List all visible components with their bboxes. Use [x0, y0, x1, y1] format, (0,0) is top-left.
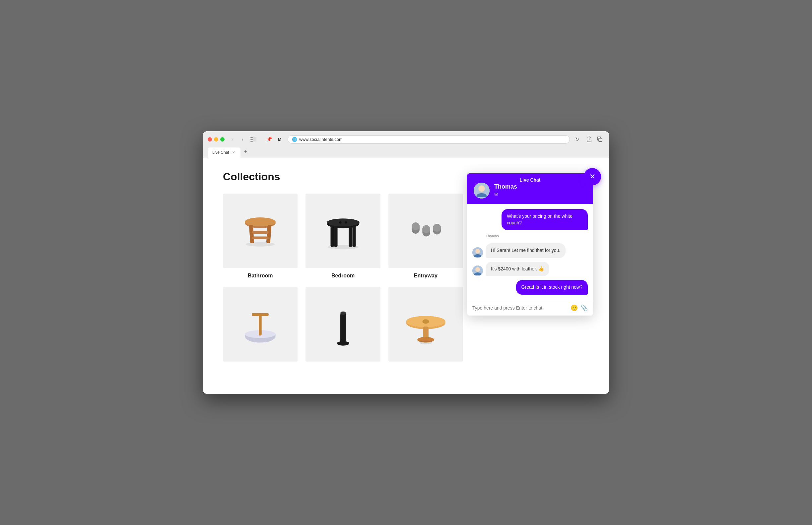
svg-point-7 [245, 217, 276, 226]
svg-point-14 [327, 219, 359, 226]
svg-rect-20 [349, 226, 352, 246]
svg-rect-8 [249, 225, 255, 244]
message-row-user-2: Great! Is it in stock right now? [472, 280, 588, 295]
active-tab[interactable]: Live Chat ✕ [208, 148, 241, 158]
message-bubble-user-1: What's your pricing on the white couch? [502, 209, 588, 230]
pin-extension-button[interactable]: 📌 [264, 135, 274, 144]
browser-titlebar: ‹ › 📌 M 🌐 www.socialintents.com ↻ [203, 131, 609, 147]
agent-avatar [474, 183, 490, 198]
nav-buttons: ‹ › [228, 135, 247, 144]
back-button[interactable]: ‹ [228, 135, 237, 144]
message-bubble-agent-1: Hi Sarah! Let me find that for you. [485, 243, 566, 258]
chat-header: Live Chat − Thomas ✉ [467, 173, 593, 204]
browser-tabbar: Live Chat ✕ + [203, 147, 609, 157]
agent-email-icon: ✉ [494, 192, 517, 197]
extensions-area: 📌 M [264, 135, 284, 144]
collection-image-bathroom [223, 194, 298, 268]
collection-item-6[interactable] [388, 287, 463, 366]
message-bubble-user-2: Great! Is it in stock right now? [516, 280, 588, 295]
chat-messages: What's your pricing on the white couch? … [467, 204, 593, 300]
agent-name: Thomas [494, 183, 517, 190]
svg-point-15 [339, 221, 341, 224]
svg-point-47 [475, 267, 480, 272]
collection-item-5[interactable] [305, 287, 380, 366]
collection-item-entryway[interactable]: Entryway [388, 194, 463, 279]
collection-image-entryway [388, 194, 463, 268]
browser-actions [584, 135, 604, 144]
svg-rect-3 [253, 137, 257, 141]
message-bubble-agent-2: It's $2400 with leather. 👍 [485, 262, 549, 276]
msg-avatar-2 [472, 266, 483, 276]
svg-point-45 [475, 249, 480, 254]
browser-window: ‹ › 📌 M 🌐 www.socialintents.com ↻ [203, 131, 609, 394]
agent-label-1: Thomas [485, 234, 588, 238]
svg-rect-9 [266, 225, 272, 244]
m-extension-button[interactable]: M [275, 135, 284, 144]
collection-item-bedroom[interactable]: Bedroom [305, 194, 380, 279]
collection-image-5 [305, 287, 380, 361]
chat-header-title: Live Chat [467, 177, 593, 183]
message-row-agent-2: It's $2400 with leather. 👍 [472, 262, 588, 276]
svg-rect-0 [250, 137, 253, 137]
svg-rect-11 [252, 237, 269, 239]
chat-input-area: 🙂 📎 [467, 300, 593, 316]
sidebar-toggle-button[interactable] [250, 135, 260, 144]
agent-info: Thomas ✉ [494, 183, 517, 197]
tab-close-button[interactable]: ✕ [231, 150, 236, 155]
share-button[interactable] [584, 135, 594, 144]
message-row-user-1: What's your pricing on the white couch? [472, 209, 588, 230]
page-content: Collections Bathroom [203, 158, 609, 394]
new-window-button[interactable] [595, 135, 604, 144]
svg-rect-31 [252, 313, 269, 316]
browser-chrome: ‹ › 📌 M 🌐 www.socialintents.com ↻ [203, 131, 609, 158]
close-traffic-light[interactable] [208, 137, 212, 141]
reload-button[interactable]: ↻ [573, 135, 581, 143]
svg-rect-18 [352, 226, 356, 246]
collection-label-entryway: Entryway [414, 273, 437, 279]
svg-point-43 [479, 185, 484, 192]
emoji-button[interactable]: 🙂 [570, 304, 578, 312]
minimize-traffic-light[interactable] [214, 137, 218, 141]
collection-label-bathroom: Bathroom [248, 273, 273, 279]
svg-rect-17 [330, 226, 334, 246]
globe-icon: 🌐 [292, 137, 297, 142]
collection-image-bedroom [305, 194, 380, 268]
chat-input-icons: 🙂 📎 [570, 304, 588, 312]
svg-rect-33 [340, 313, 346, 344]
forward-button[interactable]: › [238, 135, 247, 144]
chat-widget: Live Chat − Thomas ✉ [467, 173, 593, 316]
svg-rect-10 [252, 231, 269, 234]
collection-item-bathroom[interactable]: Bathroom [223, 194, 298, 279]
svg-rect-5 [599, 138, 602, 141]
collection-label-bedroom: Bedroom [331, 273, 354, 279]
svg-rect-27 [433, 224, 441, 232]
url-text: www.socialintents.com [299, 137, 566, 142]
svg-point-40 [420, 340, 432, 344]
svg-rect-19 [334, 226, 337, 246]
address-bar[interactable]: 🌐 www.socialintents.com [288, 135, 570, 144]
chat-close-fab[interactable]: ✕ [584, 168, 601, 185]
close-fab-icon: ✕ [590, 172, 595, 181]
maximize-traffic-light[interactable] [220, 137, 224, 141]
collections-grid: Bathroom [223, 194, 463, 366]
collection-item-4[interactable] [223, 287, 298, 366]
message-row-agent-1: Hi Sarah! Let me find that for you. [472, 243, 588, 258]
svg-rect-2 [250, 141, 253, 141]
svg-point-21 [328, 245, 359, 250]
svg-point-12 [246, 242, 275, 246]
tab-title: Live Chat [212, 150, 229, 155]
svg-point-37 [422, 319, 429, 324]
svg-point-34 [340, 311, 346, 315]
traffic-lights [208, 137, 224, 141]
svg-point-16 [345, 221, 347, 224]
new-tab-button[interactable]: + [242, 148, 250, 156]
svg-rect-25 [422, 225, 430, 233]
svg-rect-30 [259, 313, 261, 335]
attachment-button[interactable]: 📎 [580, 304, 588, 312]
collection-image-4 [223, 287, 298, 361]
message-with-avatar-2: It's $2400 with leather. 👍 [472, 262, 549, 276]
chat-input[interactable] [472, 305, 567, 311]
message-with-avatar-1: Hi Sarah! Let me find that for you. [472, 243, 566, 258]
svg-rect-23 [412, 222, 420, 230]
msg-avatar-1 [472, 247, 483, 258]
